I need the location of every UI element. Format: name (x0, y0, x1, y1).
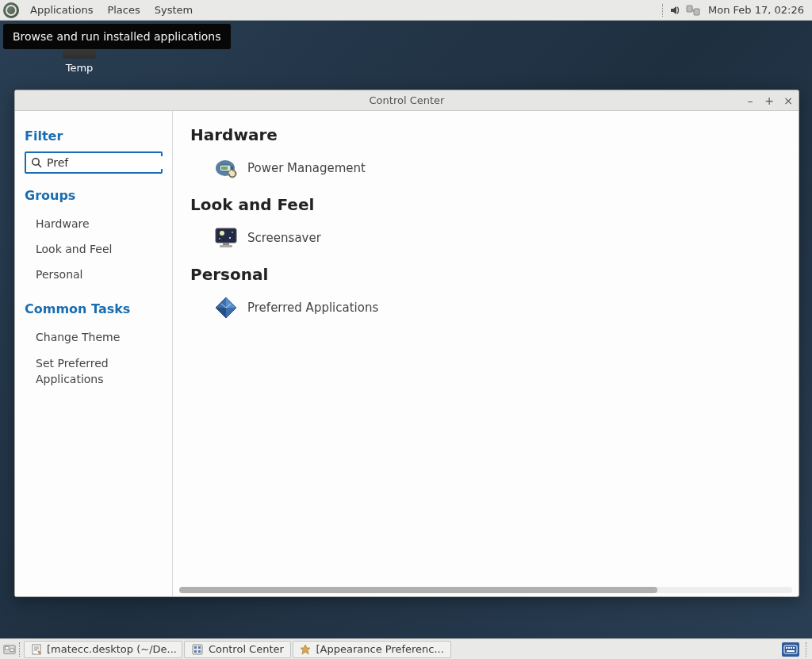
distro-logo-icon[interactable] (3, 2, 19, 18)
diamond-icon (214, 297, 238, 319)
svg-rect-0 (687, 6, 692, 12)
svg-rect-33 (787, 650, 795, 652)
task-control-center[interactable]: Control Center (184, 641, 291, 658)
svg-rect-27 (198, 650, 201, 653)
category-look-title: Look and Feel (190, 195, 781, 214)
svg-point-11 (229, 237, 231, 239)
menu-system[interactable]: System (148, 2, 199, 18)
item-preferred-apps[interactable]: Preferred Applications (211, 292, 381, 324)
tray-separator (662, 4, 664, 17)
menubar-right: Mon Feb 17, 02:26 (661, 3, 809, 17)
svg-rect-9 (216, 228, 236, 243)
appearance-icon (300, 643, 312, 656)
show-desktop-icon[interactable] (3, 643, 16, 656)
svg-rect-23 (193, 645, 202, 654)
group-look-and-feel[interactable]: Look and Feel (25, 236, 163, 262)
task-set-preferred-apps[interactable]: Set Preferred Applications (25, 350, 163, 393)
task-label: Control Center (209, 643, 284, 655)
applications-tooltip: Browse and run installed applications (3, 24, 231, 49)
svg-rect-30 (788, 647, 790, 649)
item-label: Power Management (247, 161, 366, 175)
task-appearance[interactable]: [Appearance Preferenc... (293, 641, 451, 658)
task-label: [Appearance Preferenc... (316, 643, 444, 655)
svg-rect-17 (6, 646, 9, 649)
menu-places[interactable]: Places (101, 2, 146, 18)
filter-box[interactable] (25, 151, 163, 174)
task-change-theme[interactable]: Change Theme (25, 324, 163, 350)
sidebar: Filter Groups Hardware Look and Feel Per… (15, 111, 173, 596)
group-personal[interactable]: Personal (25, 262, 163, 287)
svg-rect-32 (793, 647, 795, 649)
filter-input[interactable] (47, 156, 173, 169)
window-title: Control Center (15, 94, 799, 106)
svg-line-3 (38, 164, 41, 167)
svg-rect-28 (784, 646, 797, 653)
filter-heading: Filter (25, 128, 163, 144)
content-area: Hardware Power Management Look and Feel … (173, 111, 799, 596)
svg-rect-18 (10, 649, 13, 652)
minimize-button[interactable]: – (745, 95, 756, 106)
svg-rect-14 (223, 243, 229, 245)
svg-rect-6 (231, 167, 233, 170)
desktop-icon-label: Temp (52, 62, 107, 74)
clock[interactable]: Mon Feb 17, 02:26 (708, 4, 804, 16)
item-label: Preferred Applications (247, 301, 378, 315)
svg-rect-15 (220, 245, 232, 247)
battery-icon (214, 157, 238, 179)
svg-rect-31 (791, 647, 792, 649)
titlebar[interactable]: Control Center – + × (15, 90, 799, 111)
tasks-heading: Common Tasks (25, 301, 163, 316)
monitor-icon (214, 227, 238, 249)
tasks-list: Change Theme Set Preferred Applications (25, 324, 163, 393)
category-hardware-title: Hardware (190, 125, 781, 144)
svg-point-2 (33, 159, 39, 165)
group-hardware[interactable]: Hardware (25, 211, 163, 236)
item-screensaver[interactable]: Screensaver (211, 222, 324, 254)
task-matecc[interactable]: [matecc.desktop (~/De... (24, 641, 182, 658)
category-personal-title: Personal (190, 265, 781, 284)
taskbar-separator-right (806, 642, 807, 657)
item-label: Screensaver (247, 231, 321, 245)
search-icon (31, 157, 42, 168)
taskbar-separator (19, 642, 21, 657)
item-power-management[interactable]: Power Management (211, 152, 369, 184)
maximize-button[interactable]: + (764, 95, 775, 106)
groups-list: Hardware Look and Feel Personal (25, 211, 163, 287)
menubar-left: Applications Places System (3, 2, 199, 18)
top-menubar: Applications Places System Mon Feb 17, 0… (0, 0, 812, 21)
close-button[interactable]: × (783, 95, 794, 106)
svg-point-12 (232, 232, 233, 233)
bottom-taskbar: [matecc.desktop (~/De... Control Center … (0, 638, 812, 659)
text-editor-icon (31, 643, 42, 656)
network-icon[interactable] (686, 3, 700, 17)
svg-point-10 (220, 231, 224, 236)
svg-rect-26 (194, 650, 197, 653)
task-label: [matecc.desktop (~/De... (47, 643, 177, 655)
menu-applications[interactable]: Applications (24, 2, 99, 18)
horizontal-scrollbar[interactable] (179, 587, 792, 593)
keyboard-indicator-icon[interactable] (782, 642, 799, 657)
groups-heading: Groups (25, 188, 163, 203)
control-center-window: Control Center – + × Filter Groups Hardw… (14, 90, 799, 597)
svg-rect-25 (198, 646, 201, 649)
svg-rect-1 (694, 9, 699, 15)
volume-icon[interactable] (668, 3, 683, 17)
svg-rect-29 (786, 647, 787, 649)
svg-point-13 (219, 238, 220, 239)
svg-rect-24 (194, 646, 197, 649)
svg-rect-7 (221, 167, 228, 170)
control-center-icon (191, 643, 204, 656)
